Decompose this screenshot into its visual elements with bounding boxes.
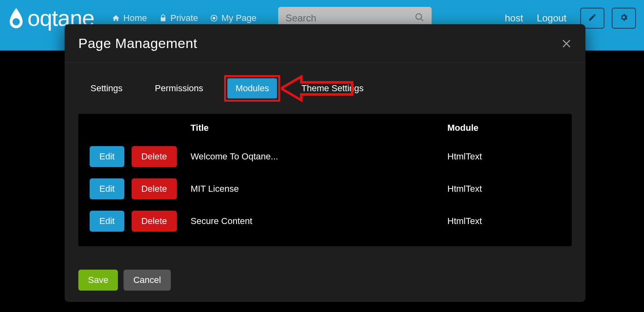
row-title: Secure Content — [191, 216, 447, 226]
nav-mypage[interactable]: My Page — [210, 13, 256, 23]
nav-home-label: Home — [123, 13, 147, 23]
table-row: Edit Delete Welcome To Oqtane... HtmlTex… — [90, 140, 560, 173]
col-header-module: Module — [447, 123, 560, 133]
search-input[interactable] — [285, 13, 410, 24]
save-button[interactable]: Save — [78, 270, 118, 291]
settings-button[interactable] — [612, 8, 636, 29]
tab-modules[interactable]: Modules — [227, 78, 277, 98]
nav-private-label: Private — [170, 13, 198, 23]
nav-private[interactable]: Private — [159, 13, 198, 23]
user-name-link[interactable]: host — [505, 13, 523, 24]
drop-icon — [8, 7, 24, 29]
svg-point-2 — [213, 17, 216, 20]
modal-footer: Save Cancel — [65, 270, 585, 302]
home-icon — [112, 14, 120, 22]
edit-row-button[interactable]: Edit — [90, 211, 124, 232]
delete-row-button[interactable]: Delete — [132, 146, 177, 167]
nav-mypage-label: My Page — [221, 13, 256, 23]
gear-icon — [619, 13, 628, 23]
table-row: Edit Delete Secure Content HtmlText — [90, 205, 560, 237]
target-icon — [210, 14, 218, 22]
edit-row-button[interactable]: Edit — [90, 146, 124, 167]
lock-icon — [159, 14, 167, 22]
modal-body: Settings Permissions Modules Theme Setti… — [65, 63, 585, 270]
nav-links: Home Private My Page — [112, 13, 256, 23]
close-icon — [561, 43, 572, 50]
modal-title: Page Management — [78, 36, 197, 51]
col-header-actions — [90, 123, 191, 133]
edit-row-button[interactable]: Edit — [90, 178, 124, 199]
cancel-button[interactable]: Cancel — [124, 270, 170, 291]
modal-header: Page Management — [65, 24, 585, 63]
tab-permissions[interactable]: Permissions — [147, 78, 212, 98]
tab-theme-settings[interactable]: Theme Settings — [293, 78, 371, 98]
table-header-row: Title Module — [90, 123, 560, 140]
row-title: MIT License — [191, 184, 447, 194]
tab-bar: Settings Permissions Modules Theme Setti… — [78, 70, 572, 106]
delete-row-button[interactable]: Delete — [132, 178, 177, 199]
row-title: Welcome To Oqtane... — [191, 151, 447, 162]
row-module: HtmlText — [447, 184, 560, 194]
svg-point-0 — [13, 18, 20, 25]
row-module: HtmlText — [447, 216, 560, 226]
pencil-icon — [588, 13, 597, 23]
tab-settings[interactable]: Settings — [82, 78, 131, 98]
nav-home[interactable]: Home — [112, 13, 147, 23]
col-header-title: Title — [191, 123, 447, 133]
search-icon[interactable] — [415, 13, 424, 24]
page-management-modal: Page Management Settings Permissions Mod… — [65, 24, 585, 302]
logout-link[interactable]: Logout — [537, 13, 566, 24]
modules-table: Title Module Edit Delete Welcome To Oqta… — [78, 114, 572, 246]
table-row: Edit Delete MIT License HtmlText — [90, 173, 560, 205]
delete-row-button[interactable]: Delete — [132, 211, 177, 232]
modal-close-button[interactable] — [561, 38, 572, 49]
row-module: HtmlText — [447, 151, 560, 162]
